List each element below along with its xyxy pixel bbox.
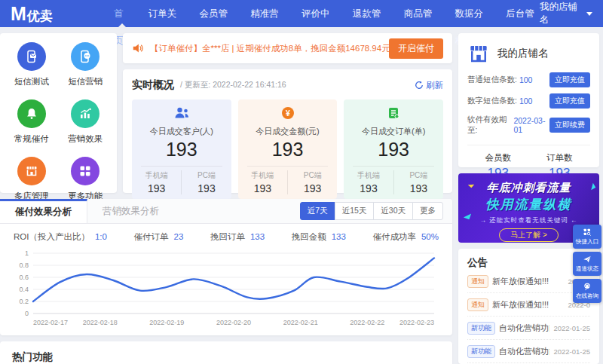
- nav-item-admin[interactable]: 后台管理: [506, 0, 540, 27]
- recharge-button-1[interactable]: 立即充值: [549, 72, 590, 87]
- app-payment-reminder[interactable]: 常规催付: [5, 99, 59, 145]
- notices-title: 公告: [467, 256, 590, 270]
- svg-text:2022-02-17: 2022-02-17: [33, 319, 68, 326]
- tab-marketing-analysis[interactable]: 营销效果分析: [87, 199, 174, 223]
- nav-item-products[interactable]: 商品管理: [404, 0, 438, 27]
- notice-badge: 新功能: [467, 345, 495, 358]
- online-support-button[interactable]: 在线咨询: [573, 279, 601, 303]
- account-menu[interactable]: 我的店铺名: [540, 1, 592, 26]
- start-reminder-button[interactable]: 开启催付: [389, 38, 443, 59]
- tab-reminder-analysis[interactable]: 催付效果分析: [0, 199, 87, 223]
- logo-m-glyph: M: [11, 3, 26, 25]
- quick-entry-button[interactable]: 快捷入口: [573, 225, 601, 249]
- svg-text:2022-02-19: 2022-02-19: [149, 319, 184, 326]
- notice-item[interactable]: 新功能 自动化营销功能上线 2022-01-25: [467, 340, 590, 363]
- storefront-icon: [467, 42, 490, 65]
- logo-text: 优卖: [27, 8, 53, 25]
- realtime-overview: 实时概况 / 更新至: 2022-02-22 16:41:16 刷新 今日成交客…: [123, 69, 452, 193]
- range-15d-button[interactable]: 近15天: [335, 202, 375, 220]
- nav-item-marketing[interactable]: 精准营销: [250, 0, 284, 27]
- nav-item-order-care[interactable]: 订单关怀: [148, 0, 182, 27]
- range-30d-button[interactable]: 近30天: [373, 202, 413, 220]
- svg-text:2022-02-20: 2022-02-20: [216, 319, 251, 326]
- sms-marketing-icon: [71, 42, 99, 71]
- notice-item[interactable]: 新功能 自动化营销功能上线 2022-01-25: [467, 317, 590, 340]
- updated-timestamp: / 更新至: 2022-02-22 16:41:16: [180, 80, 286, 90]
- top-navbar: M 优卖 首页 订单关怀 会员管理 精准营销 评价中心 退款管理 商品管理 数据…: [0, 0, 603, 27]
- analysis-tab-bar: 催付效果分析 营销效果分析 近7天 近15天 近30天 更多: [0, 199, 452, 224]
- digital-sms-row: 数字短信条数: 100 立即充值: [467, 93, 590, 109]
- app-sms-test[interactable]: 短信测试: [5, 42, 59, 87]
- nav-item-reviews[interactable]: 评价中心: [302, 0, 335, 27]
- app-sms-marketing[interactable]: 短信营销: [59, 42, 113, 87]
- app-marketing-effect[interactable]: 营销效果: [59, 99, 113, 145]
- nav-item-refunds[interactable]: 退款管理: [353, 0, 387, 27]
- shop-name: 我的店铺名: [497, 47, 549, 60]
- metric-reminder-orders: 催付订单23: [134, 231, 184, 243]
- banner-subheadline: 快用流量纵横: [458, 196, 599, 213]
- app-more-functions[interactable]: 更多功能: [59, 157, 113, 202]
- range-7d-button[interactable]: 近7天: [300, 202, 335, 220]
- announcement-bar: 【订单催付】全***店 | 近期催付成功8单，挽回金额14678.94元，催付成…: [123, 33, 452, 63]
- sms-balance-row: 普通短信条数: 100 立即充值: [467, 72, 590, 87]
- grid-icon: [71, 157, 99, 185]
- speaker-icon: [132, 42, 144, 54]
- shop-info-panel: 我的店铺名 普通短信条数: 100 立即充值 数字短信条数: 100 立即充值 …: [458, 33, 599, 167]
- announcement-text: 【订单催付】全***店 | 近期催付成功8单，挽回金额14678.94元，催付成…: [150, 43, 389, 54]
- stat-card-orders: 今日成交订单(单) 193 手机端 193 PC端 193: [344, 99, 443, 199]
- svg-text:0.2: 0.2: [19, 298, 29, 305]
- app-logo[interactable]: M 优卖: [11, 3, 114, 25]
- realtime-title: 实时概况: [132, 78, 174, 92]
- analysis-panel: 催付效果分析 营销效果分析 近7天 近15天 近30天 更多 ROI（投入产出比…: [0, 199, 452, 335]
- svg-text:¥: ¥: [286, 109, 290, 118]
- headset-icon: [583, 282, 592, 291]
- nav-menu: 首页 订单关怀 会员管理 精准营销 评价中心 退款管理 商品管理 数据分析 后台…: [114, 0, 540, 27]
- metric-success-rate: 催付成功率50%: [372, 231, 439, 243]
- metric-recovered-orders: 挽回订单133: [210, 231, 265, 243]
- yen-icon: ¥: [281, 106, 295, 120]
- svg-text:0.6: 0.6: [19, 274, 29, 281]
- paper-plane-icon: [583, 255, 592, 264]
- renew-button[interactable]: 立即续费: [549, 118, 590, 133]
- range-more-button[interactable]: 更多: [412, 202, 443, 220]
- store-icon: [17, 157, 46, 185]
- expiry-row: 软件有效期至: 2022-03-01 立即续费: [467, 115, 590, 136]
- notice-item[interactable]: 通知 新年放假通知!!! 2022-0: [467, 293, 590, 317]
- line-chart: 00.20.40.60.812022-02-172022-02-182022-0…: [11, 246, 442, 333]
- users-icon: [173, 106, 191, 120]
- time-range-group: 近7天 近15天 近30天 更多: [301, 199, 452, 223]
- notice-badge: 新功能: [467, 322, 495, 335]
- nav-item-analytics[interactable]: 数据分析: [455, 0, 488, 27]
- notice-badge: 通知: [467, 275, 488, 288]
- chevron-down-icon: [586, 12, 592, 19]
- bell-icon: [17, 99, 46, 128]
- nav-item-home[interactable]: 首页: [114, 0, 130, 27]
- notice-badge: 通知: [467, 298, 488, 311]
- svg-text:0.8: 0.8: [19, 262, 29, 269]
- app-shortcut-panel: 短信测试 短信营销 常规催付 营销效果: [0, 33, 117, 193]
- stat-card-amount: ¥ 今日成交金额(元) 193 手机端 193 PC端 193: [238, 99, 338, 199]
- nav-item-members[interactable]: 会员管理: [199, 0, 233, 27]
- banner-cta-button[interactable]: 马上了解 >: [499, 228, 559, 242]
- hot-functions-panel: 热门功能: [0, 341, 452, 364]
- refresh-button[interactable]: 刷新: [415, 80, 443, 91]
- chart-area: 00.20.40.60.812022-02-172022-02-182022-0…: [0, 244, 452, 336]
- order-doc-icon: [387, 106, 400, 120]
- dashboard-page: M 优卖 首页 订单关怀 会员管理 精准营销 评价中心 退款管理 商品管理 数据…: [0, 0, 603, 364]
- recharge-button-2[interactable]: 立即充值: [549, 93, 590, 109]
- svg-text:2022-02-21: 2022-02-21: [283, 319, 318, 326]
- svg-text:0: 0: [25, 310, 29, 317]
- refresh-icon: [415, 81, 424, 90]
- channel-status-button[interactable]: 通道状态: [573, 252, 601, 276]
- quick-entry-icon: [583, 228, 592, 237]
- account-name: 我的店铺名: [540, 1, 583, 26]
- svg-text:2022-02-18: 2022-02-18: [83, 319, 118, 326]
- metric-recovered-amount: 挽回金额133: [292, 231, 346, 243]
- notice-item[interactable]: 通知 新年放假通知!!! 2022-0: [467, 270, 590, 293]
- metric-roi: ROI（投入产出比）1:0: [14, 231, 107, 243]
- metric-row: ROI（投入产出比）1:0 催付订单23 挽回订单133 挽回金额133 催付成…: [0, 224, 452, 244]
- hot-functions-title: 热门功能: [12, 350, 440, 364]
- banner-headline: 年底冲刺看流量: [458, 181, 599, 195]
- chart-icon: [71, 99, 99, 128]
- app-multi-store[interactable]: 多店管理: [5, 157, 59, 202]
